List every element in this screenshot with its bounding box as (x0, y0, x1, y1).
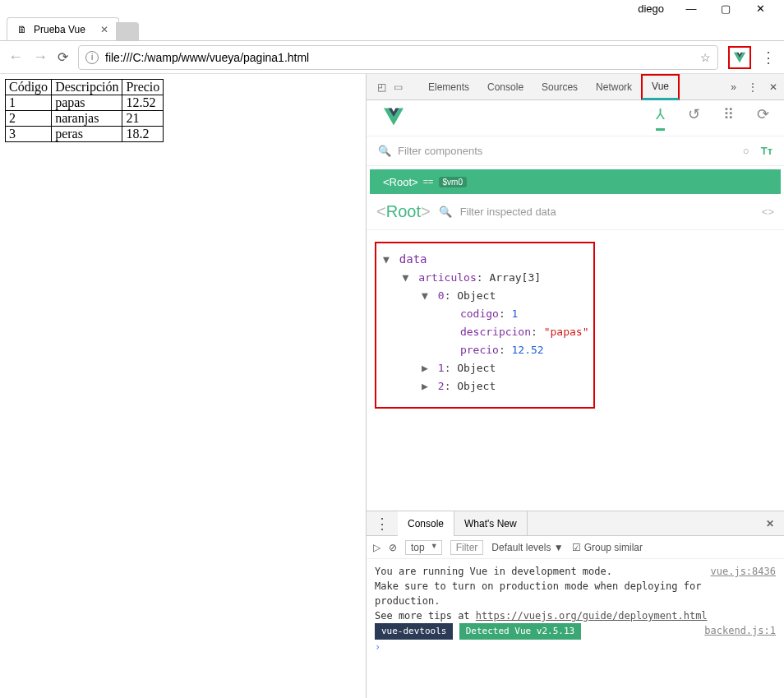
root-label: <Root> (383, 176, 418, 188)
minimize-button[interactable]: — (684, 2, 699, 15)
table-row: 2 naranjas 21 (6, 111, 164, 127)
drawer-tab-whatsnew[interactable]: What's New (454, 511, 528, 536)
source-link[interactable]: vue.js:8436 (711, 564, 776, 579)
drawer-tabs: ⋮ Console What's New ✕ (367, 511, 784, 536)
context-select[interactable]: top (405, 540, 442, 555)
source-link[interactable]: backend.js:1 (704, 623, 776, 638)
console-drawer: ⋮ Console What's New ✕ ▷ ⊘ top Filter De… (367, 511, 784, 698)
url-text: file:///C:/wamp/www/vueya/pagina1.html (105, 51, 309, 64)
tab-strip: 🗎 Prueba Vue ✕ (0, 16, 784, 41)
devtools-menu-icon[interactable]: ⋮ (748, 81, 758, 93)
new-tab-button[interactable] (116, 22, 139, 40)
deployment-link[interactable]: https://vuejs.org/guide/deployment.html (476, 610, 708, 622)
tab-network[interactable]: Network (587, 74, 641, 100)
url-input[interactable]: i file:///C:/wamp/www/vueya/pagina1.html… (78, 45, 718, 70)
device-toggle-icon[interactable]: ▭ (390, 81, 406, 93)
vm-ref: $vm0 (439, 177, 467, 187)
site-info-icon[interactable]: i (85, 51, 99, 64)
devtools-panel: ◰ ▭ Elements Console Sources Network Vue… (366, 74, 784, 698)
select-component-icon[interactable]: ○ (743, 145, 749, 157)
data-section-label[interactable]: data (399, 252, 427, 266)
close-tab-icon[interactable]: ✕ (100, 24, 108, 35)
inspect-root-name: Root (386, 202, 421, 220)
clear-console-icon[interactable]: ⊘ (389, 542, 397, 553)
articulos-table: Código Descripción Precio 1 papas 12.52 … (5, 79, 164, 142)
format-icon[interactable]: Tт (761, 145, 772, 157)
reload-button[interactable]: ⟳ (58, 49, 68, 65)
maximize-button[interactable]: ▢ (718, 2, 733, 15)
console-toolbar: ▷ ⊘ top Filter Default levels ▼ ☑Group s… (367, 536, 784, 559)
bookmark-star-icon[interactable]: ☆ (700, 51, 711, 64)
filter-components-input[interactable]: Filter components (398, 145, 482, 157)
th-descripcion: Descripción (52, 80, 122, 95)
components-tool-icon[interactable]: ⅄ (656, 105, 665, 131)
console-filter-input[interactable]: Filter (450, 540, 484, 555)
chrome-menu-button[interactable]: ⋮ (761, 49, 776, 67)
search-icon: 🔍 (378, 145, 391, 157)
profile-name: diego (638, 2, 664, 15)
console-sidebar-icon[interactable]: ▷ (373, 542, 380, 553)
component-root-selected[interactable]: <Root> == $vm0 (370, 169, 781, 194)
th-codigo: Código (6, 80, 52, 95)
vue-toolbar: ⅄ ↺ ⠿ ⟳ (367, 100, 784, 136)
window-titlebar: diego — ▢ ✕ (0, 0, 784, 16)
browser-tab[interactable]: 🗎 Prueba Vue ✕ (7, 17, 119, 40)
arr-key[interactable]: articulos (418, 271, 476, 284)
tab-elements[interactable]: Elements (419, 74, 478, 100)
filter-inspected-input[interactable]: Filter inspected data (460, 206, 556, 218)
vue-devtools-extension-icon[interactable] (728, 46, 751, 69)
forward-button[interactable]: → (33, 49, 48, 66)
console-prompt[interactable]: › (375, 641, 380, 653)
tab-title: Prueba Vue (34, 24, 85, 35)
th-precio: Precio (122, 80, 164, 95)
tab-console[interactable]: Console (478, 74, 533, 100)
equals-label: == (423, 177, 434, 187)
vue-inspect-header: <Root> 🔍 Filter inspected data <> (367, 194, 784, 230)
vuex-tool-icon[interactable]: ↺ (688, 105, 700, 131)
close-window-button[interactable]: ✕ (753, 2, 768, 15)
more-tabs-icon[interactable]: » (731, 81, 736, 93)
table-header-row: Código Descripción Precio (6, 80, 164, 95)
events-tool-icon[interactable]: ⠿ (723, 105, 734, 131)
vue-data-tree: ▼ data ▼ articulos: Array[3] ▼ 0: Object… (367, 230, 784, 417)
close-devtools-button[interactable]: ✕ (769, 81, 777, 93)
vue-panel: ⅄ ↺ ⠿ ⟳ 🔍 Filter components ○ Tт <Root> … (367, 100, 784, 511)
refresh-tool-icon[interactable]: ⟳ (757, 105, 769, 131)
vue-detected-badge: Detected Vue v2.5.13 (459, 623, 581, 640)
tab-sources[interactable]: Sources (533, 74, 587, 100)
table-row: 3 peras 18.2 (6, 127, 164, 142)
page-content: Código Descripción Precio 1 papas 12.52 … (0, 74, 366, 698)
devtools-tabs: ◰ ▭ Elements Console Sources Network Vue… (367, 74, 784, 100)
group-similar-checkbox[interactable]: ☑Group similar (572, 542, 643, 553)
address-bar: ← → ⟳ i file:///C:/wamp/www/vueya/pagina… (0, 41, 784, 74)
levels-select[interactable]: Default levels ▼ (491, 542, 563, 553)
drawer-tab-console[interactable]: Console (398, 511, 454, 536)
scroll-arrows-icon[interactable]: <> (762, 206, 774, 218)
table-row: 1 papas 12.52 (6, 95, 164, 111)
tab-vue[interactable]: Vue (641, 74, 680, 100)
close-drawer-button[interactable]: ✕ (756, 518, 784, 529)
console-output: vue.js:8436You are running Vue in develo… (367, 559, 784, 698)
vue-devtools-badge: vue-devtools (375, 623, 453, 640)
page-icon: 🗎 (17, 24, 27, 35)
vue-filter-row: 🔍 Filter components ○ Tт (367, 136, 784, 166)
back-button[interactable]: ← (8, 49, 23, 66)
inspect-element-icon[interactable]: ◰ (373, 81, 390, 93)
drawer-menu-icon[interactable]: ⋮ (367, 515, 398, 533)
search-icon: 🔍 (439, 206, 452, 218)
vue-logo-icon (381, 104, 406, 132)
